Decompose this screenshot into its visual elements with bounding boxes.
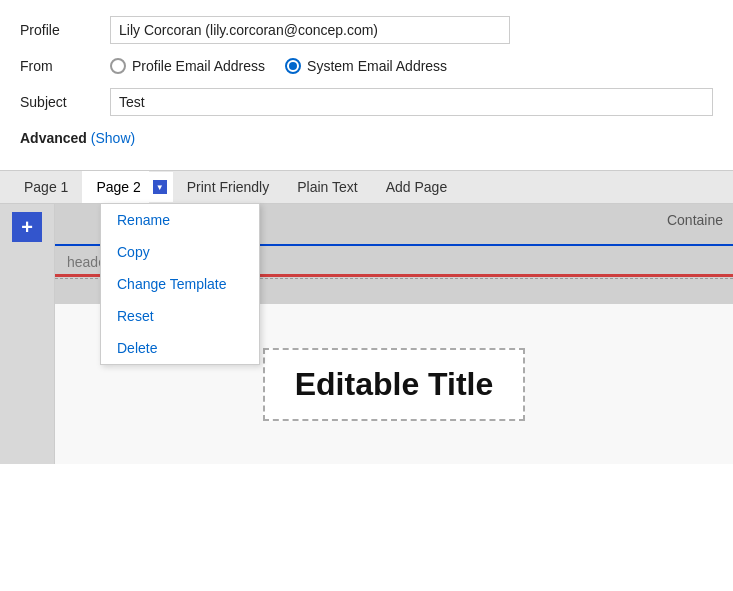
advanced-label: Advanced <box>20 130 87 146</box>
dropdown-rename[interactable]: Rename <box>101 204 259 236</box>
tabs-section: Page 1 Page 2 Print Friendly Plain Text … <box>0 170 733 464</box>
advanced-show-link[interactable]: (Show) <box>91 130 135 146</box>
tabs-bar: Page 1 Page 2 Print Friendly Plain Text … <box>0 171 733 204</box>
subject-input[interactable] <box>110 88 713 116</box>
editable-title-text: Editable Title <box>295 366 494 402</box>
subject-row: Subject <box>20 88 713 116</box>
container-label: Containe <box>667 212 723 228</box>
advanced-row: Advanced (Show) <box>20 130 713 146</box>
subject-value <box>110 88 713 116</box>
tab-page2-container: Page 2 <box>82 171 172 203</box>
profile-label: Profile <box>20 22 110 38</box>
left-panel: + <box>0 204 55 464</box>
system-email-label: System Email Address <box>307 58 447 74</box>
dropdown-delete[interactable]: Delete <box>101 332 259 364</box>
tab-plain-text[interactable]: Plain Text <box>283 171 371 203</box>
tab-page2-dropdown-btn[interactable] <box>149 172 173 202</box>
dropdown-copy[interactable]: Copy <box>101 236 259 268</box>
subject-label: Subject <box>20 94 110 110</box>
from-options: Profile Email Address System Email Addre… <box>110 58 713 74</box>
tab-add-page[interactable]: Add Page <box>372 171 462 203</box>
profile-email-option[interactable]: Profile Email Address <box>110 58 265 74</box>
tab-page1[interactable]: Page 1 <box>10 171 82 203</box>
profile-value: Lily Corcoran (lily.corcoran@concep.com) <box>110 16 713 44</box>
from-label: From <box>20 58 110 74</box>
tab-page2[interactable]: Page 2 <box>82 171 148 203</box>
profile-email-radio[interactable] <box>110 58 126 74</box>
tab-print-friendly[interactable]: Print Friendly <box>173 171 283 203</box>
system-email-radio[interactable] <box>285 58 301 74</box>
profile-email-label: Profile Email Address <box>132 58 265 74</box>
page2-dropdown-menu: Rename Copy Change Template Reset Delete <box>100 203 260 365</box>
from-row: From Profile Email Address System Email … <box>20 58 713 74</box>
system-email-option[interactable]: System Email Address <box>285 58 447 74</box>
form-section: Profile Lily Corcoran (lily.corcoran@con… <box>0 0 733 170</box>
editable-title-box[interactable]: Editable Title <box>263 348 526 421</box>
dropdown-arrow-icon[interactable] <box>153 180 167 194</box>
dropdown-change-template[interactable]: Change Template <box>101 268 259 300</box>
profile-row: Profile Lily Corcoran (lily.corcoran@con… <box>20 16 713 44</box>
add-section-button[interactable]: + <box>12 212 42 242</box>
profile-text: Lily Corcoran (lily.corcoran@concep.com) <box>110 16 510 44</box>
dropdown-reset[interactable]: Reset <box>101 300 259 332</box>
